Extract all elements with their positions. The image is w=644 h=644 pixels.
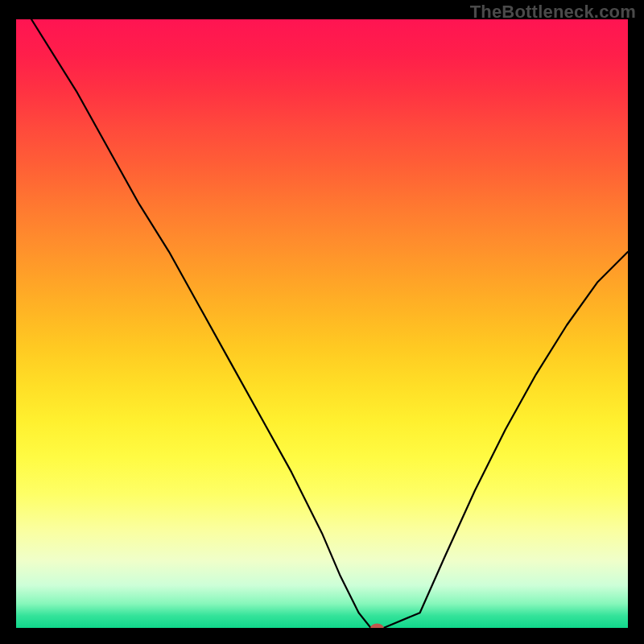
plot-area xyxy=(16,19,628,628)
optimal-point-marker xyxy=(370,624,384,629)
bottleneck-curve-path xyxy=(31,19,628,628)
bottleneck-curve-svg xyxy=(16,19,628,628)
chart-frame: TheBottleneck.com xyxy=(0,0,644,644)
